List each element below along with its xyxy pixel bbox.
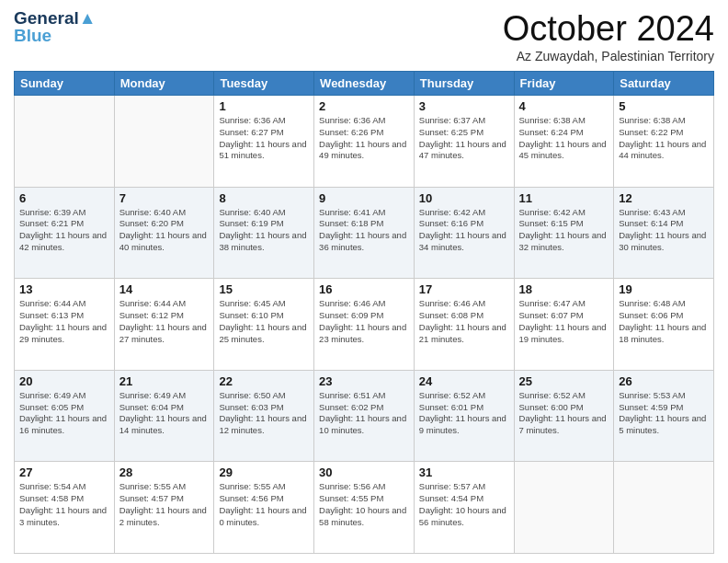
calendar-week-row: 1Sunrise: 6:36 AMSunset: 6:27 PMDaylight… — [15, 96, 714, 188]
calendar-cell: 23Sunrise: 6:51 AMSunset: 6:02 PMDayligh… — [314, 370, 415, 462]
day-info: Sunrise: 6:51 AMSunset: 6:02 PMDaylight:… — [319, 390, 409, 437]
header: General▲ Blue October 2024 Az Zuwaydah, … — [14, 9, 714, 63]
weekday-header-tuesday: Tuesday — [214, 72, 314, 96]
day-number: 5 — [619, 99, 709, 113]
day-info: Sunrise: 6:36 AMSunset: 6:26 PMDaylight:… — [319, 115, 409, 162]
calendar-header-row: SundayMondayTuesdayWednesdayThursdayFrid… — [15, 72, 714, 96]
day-info: Sunrise: 6:40 AMSunset: 6:19 PMDaylight:… — [219, 207, 309, 254]
calendar-cell: 14Sunrise: 6:44 AMSunset: 6:12 PMDayligh… — [114, 279, 214, 371]
day-info: Sunrise: 6:36 AMSunset: 6:27 PMDaylight:… — [219, 115, 309, 162]
calendar-cell: 18Sunrise: 6:47 AMSunset: 6:07 PMDayligh… — [514, 279, 614, 371]
calendar-week-row: 20Sunrise: 6:49 AMSunset: 6:05 PMDayligh… — [15, 370, 714, 462]
day-info: Sunrise: 5:53 AMSunset: 4:59 PMDaylight:… — [619, 390, 709, 437]
month-title: October 2024 — [503, 9, 714, 49]
day-info: Sunrise: 6:49 AMSunset: 6:04 PMDaylight:… — [119, 390, 210, 437]
day-info: Sunrise: 6:50 AMSunset: 6:03 PMDaylight:… — [219, 390, 309, 437]
calendar-cell: 12Sunrise: 6:43 AMSunset: 6:14 PMDayligh… — [614, 187, 714, 279]
weekday-header-monday: Monday — [114, 72, 214, 96]
day-number: 30 — [319, 465, 409, 479]
calendar-cell: 15Sunrise: 6:45 AMSunset: 6:10 PMDayligh… — [214, 279, 314, 371]
day-info: Sunrise: 5:55 AMSunset: 4:56 PMDaylight:… — [219, 481, 309, 528]
day-number: 8 — [219, 191, 309, 205]
day-number: 2 — [319, 99, 409, 113]
calendar-body: 1Sunrise: 6:36 AMSunset: 6:27 PMDaylight… — [15, 96, 714, 554]
day-number: 22 — [219, 374, 309, 388]
calendar-cell: 1Sunrise: 6:36 AMSunset: 6:27 PMDaylight… — [214, 96, 314, 188]
location-subtitle: Az Zuwaydah, Palestinian Territory — [503, 49, 714, 63]
day-info: Sunrise: 6:46 AMSunset: 6:09 PMDaylight:… — [319, 298, 409, 345]
weekday-header-wednesday: Wednesday — [314, 72, 415, 96]
title-area: October 2024 Az Zuwaydah, Palestinian Te… — [503, 9, 714, 63]
day-number: 12 — [619, 191, 709, 205]
calendar-cell — [15, 96, 115, 188]
calendar-cell: 11Sunrise: 6:42 AMSunset: 6:15 PMDayligh… — [514, 187, 614, 279]
day-info: Sunrise: 6:48 AMSunset: 6:06 PMDaylight:… — [619, 298, 709, 345]
weekday-header-sunday: Sunday — [15, 72, 115, 96]
day-info: Sunrise: 6:46 AMSunset: 6:08 PMDaylight:… — [419, 298, 509, 345]
day-number: 26 — [619, 374, 709, 388]
day-info: Sunrise: 6:39 AMSunset: 6:21 PMDaylight:… — [19, 207, 109, 254]
calendar-table: SundayMondayTuesdayWednesdayThursdayFrid… — [14, 71, 714, 554]
day-number: 23 — [319, 374, 409, 388]
calendar-week-row: 13Sunrise: 6:44 AMSunset: 6:13 PMDayligh… — [15, 279, 714, 371]
calendar-cell: 27Sunrise: 5:54 AMSunset: 4:58 PMDayligh… — [15, 462, 115, 554]
calendar-cell: 6Sunrise: 6:39 AMSunset: 6:21 PMDaylight… — [15, 187, 115, 279]
day-info: Sunrise: 6:41 AMSunset: 6:18 PMDaylight:… — [319, 207, 409, 254]
calendar-cell: 20Sunrise: 6:49 AMSunset: 6:05 PMDayligh… — [15, 370, 115, 462]
day-number: 20 — [19, 374, 109, 388]
day-number: 25 — [519, 374, 609, 388]
day-number: 19 — [619, 282, 709, 296]
calendar-cell: 28Sunrise: 5:55 AMSunset: 4:57 PMDayligh… — [114, 462, 214, 554]
calendar-cell: 30Sunrise: 5:56 AMSunset: 4:55 PMDayligh… — [314, 462, 415, 554]
logo-line1: General▲ — [14, 9, 97, 27]
day-number: 28 — [119, 465, 210, 479]
day-info: Sunrise: 5:57 AMSunset: 4:54 PMDaylight:… — [419, 481, 509, 528]
day-info: Sunrise: 6:40 AMSunset: 6:20 PMDaylight:… — [119, 207, 210, 254]
day-number: 17 — [419, 282, 509, 296]
day-info: Sunrise: 5:55 AMSunset: 4:57 PMDaylight:… — [119, 481, 210, 528]
calendar-cell: 25Sunrise: 6:52 AMSunset: 6:00 PMDayligh… — [514, 370, 614, 462]
day-number: 16 — [319, 282, 409, 296]
day-number: 15 — [219, 282, 309, 296]
calendar-cell: 31Sunrise: 5:57 AMSunset: 4:54 PMDayligh… — [414, 462, 514, 554]
calendar-cell — [114, 96, 214, 188]
weekday-header-saturday: Saturday — [614, 72, 714, 96]
calendar-cell: 29Sunrise: 5:55 AMSunset: 4:56 PMDayligh… — [214, 462, 314, 554]
calendar-cell: 10Sunrise: 6:42 AMSunset: 6:16 PMDayligh… — [414, 187, 514, 279]
day-info: Sunrise: 6:49 AMSunset: 6:05 PMDaylight:… — [19, 390, 109, 437]
day-info: Sunrise: 6:52 AMSunset: 6:01 PMDaylight:… — [419, 390, 509, 437]
day-info: Sunrise: 5:54 AMSunset: 4:58 PMDaylight:… — [19, 481, 109, 528]
calendar-cell: 16Sunrise: 6:46 AMSunset: 6:09 PMDayligh… — [314, 279, 415, 371]
day-number: 9 — [319, 191, 409, 205]
day-info: Sunrise: 6:38 AMSunset: 6:22 PMDaylight:… — [619, 115, 709, 162]
day-info: Sunrise: 6:42 AMSunset: 6:15 PMDaylight:… — [519, 207, 609, 254]
day-number: 1 — [219, 99, 309, 113]
day-number: 7 — [119, 191, 210, 205]
day-number: 6 — [19, 191, 109, 205]
calendar-cell: 19Sunrise: 6:48 AMSunset: 6:06 PMDayligh… — [614, 279, 714, 371]
day-info: Sunrise: 6:43 AMSunset: 6:14 PMDaylight:… — [619, 207, 709, 254]
day-number: 14 — [119, 282, 210, 296]
day-number: 31 — [419, 465, 509, 479]
calendar-cell: 22Sunrise: 6:50 AMSunset: 6:03 PMDayligh… — [214, 370, 314, 462]
day-number: 4 — [519, 99, 609, 113]
day-number: 27 — [19, 465, 109, 479]
calendar-week-row: 6Sunrise: 6:39 AMSunset: 6:21 PMDaylight… — [15, 187, 714, 279]
calendar-cell: 9Sunrise: 6:41 AMSunset: 6:18 PMDaylight… — [314, 187, 415, 279]
day-number: 3 — [419, 99, 509, 113]
weekday-header-thursday: Thursday — [414, 72, 514, 96]
day-info: Sunrise: 6:44 AMSunset: 6:12 PMDaylight:… — [119, 298, 210, 345]
day-number: 24 — [419, 374, 509, 388]
calendar-week-row: 27Sunrise: 5:54 AMSunset: 4:58 PMDayligh… — [15, 462, 714, 554]
day-info: Sunrise: 6:44 AMSunset: 6:13 PMDaylight:… — [19, 298, 109, 345]
calendar-cell: 13Sunrise: 6:44 AMSunset: 6:13 PMDayligh… — [15, 279, 115, 371]
page: General▲ Blue October 2024 Az Zuwaydah, … — [0, 0, 728, 563]
calendar-cell: 26Sunrise: 5:53 AMSunset: 4:59 PMDayligh… — [614, 370, 714, 462]
calendar-cell: 24Sunrise: 6:52 AMSunset: 6:01 PMDayligh… — [414, 370, 514, 462]
day-info: Sunrise: 6:38 AMSunset: 6:24 PMDaylight:… — [519, 115, 609, 162]
logo-text-block: General▲ Blue — [14, 9, 97, 44]
weekday-header-friday: Friday — [514, 72, 614, 96]
calendar-cell: 8Sunrise: 6:40 AMSunset: 6:19 PMDaylight… — [214, 187, 314, 279]
calendar-cell: 3Sunrise: 6:37 AMSunset: 6:25 PMDaylight… — [414, 96, 514, 188]
logo: General▲ Blue — [14, 9, 97, 44]
